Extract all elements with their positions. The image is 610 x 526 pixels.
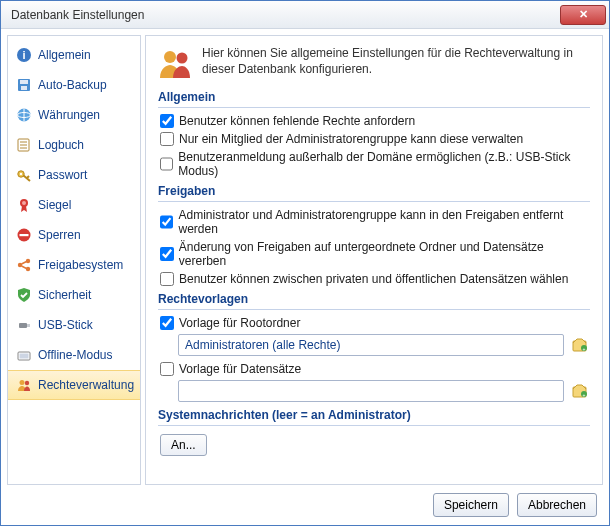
sidebar-item-auto-backup[interactable]: Auto-Backup xyxy=(8,70,140,100)
recipients-button[interactable]: An... xyxy=(160,434,207,456)
sidebar-item-label: Sperren xyxy=(38,228,81,242)
sidebar-item-label: Passwort xyxy=(38,168,87,182)
checkbox-label: Änderung von Freigaben auf untergeordnet… xyxy=(179,240,590,268)
sidebar-item-label: Währungen xyxy=(38,108,100,122)
section-rechtevorlagen-title: Rechtevorlagen xyxy=(158,292,590,310)
close-button[interactable]: ✕ xyxy=(560,5,606,25)
opt-root-template[interactable]: Vorlage für Rootordner xyxy=(160,316,590,330)
offline-icon xyxy=(16,347,32,363)
checkbox-label: Administrator und Administratorengruppe … xyxy=(178,208,590,236)
checkbox-label: Vorlage für Rootordner xyxy=(179,316,300,330)
svg-rect-3 xyxy=(20,80,28,84)
opt-freigaben-2[interactable]: Benutzer können zwischen privaten und öf… xyxy=(160,272,590,286)
svg-point-15 xyxy=(26,259,30,263)
svg-point-9 xyxy=(20,173,22,175)
ds-template-input[interactable] xyxy=(178,380,564,402)
sidebar-item-label: USB-Stick xyxy=(38,318,93,332)
svg-rect-18 xyxy=(27,324,30,327)
svg-point-16 xyxy=(26,267,30,271)
disk-icon xyxy=(16,77,32,93)
root-template-input[interactable] xyxy=(178,334,564,356)
sidebar-item-allgemein[interactable]: i Allgemein xyxy=(8,40,140,70)
cancel-button[interactable]: Abbrechen xyxy=(517,493,597,517)
svg-rect-13 xyxy=(20,234,29,236)
titlebar: Datenbank Einstellungen ✕ xyxy=(1,1,609,29)
sidebar-item-label: Rechteverwaltung xyxy=(38,378,134,392)
opt-freigaben-1[interactable]: Änderung von Freigaben auf untergeordnet… xyxy=(160,240,590,268)
sidebar-item-label: Auto-Backup xyxy=(38,78,107,92)
svg-rect-17 xyxy=(19,323,27,328)
sidebar-item-sperren[interactable]: Sperren xyxy=(8,220,140,250)
shield-icon xyxy=(16,287,32,303)
share-icon xyxy=(16,257,32,273)
opt-allgemein-0[interactable]: Benutzer können fehlende Rechte anforder… xyxy=(160,114,590,128)
svg-point-21 xyxy=(20,380,25,385)
window-title: Datenbank Einstellungen xyxy=(11,8,560,22)
save-button[interactable]: Speichern xyxy=(433,493,509,517)
checkbox[interactable] xyxy=(160,215,173,229)
svg-rect-20 xyxy=(20,354,29,359)
sidebar-item-label: Offline-Modus xyxy=(38,348,112,362)
opt-allgemein-1[interactable]: Nur ein Mitglied der Administratorengrup… xyxy=(160,132,590,146)
users-large-icon xyxy=(158,46,192,80)
log-icon xyxy=(16,137,32,153)
intro-text: Hier können Sie allgemeine Einstellungen… xyxy=(202,46,590,80)
sidebar-item-siegel[interactable]: Siegel xyxy=(8,190,140,220)
svg-point-22 xyxy=(25,381,29,385)
checkbox[interactable] xyxy=(160,157,173,171)
sidebar-item-passwort[interactable]: Passwort xyxy=(8,160,140,190)
checkbox-label: Nur ein Mitglied der Administratorengrup… xyxy=(179,132,523,146)
footer: Speichern Abbrechen xyxy=(1,485,609,525)
checkbox[interactable] xyxy=(160,132,174,146)
globe-icon xyxy=(16,107,32,123)
opt-allgemein-2[interactable]: Benutzeranmeldung außerhalb der Domäne e… xyxy=(160,150,590,178)
checkbox-label: Vorlage für Datensätze xyxy=(179,362,301,376)
section-freigaben-title: Freigaben xyxy=(158,184,590,202)
users-icon xyxy=(16,377,32,393)
sidebar-item-label: Freigabesystem xyxy=(38,258,123,272)
sidebar-item-freigabesystem[interactable]: Freigabesystem xyxy=(8,250,140,280)
sidebar-item-usb-stick[interactable]: USB-Stick xyxy=(8,310,140,340)
opt-ds-template[interactable]: Vorlage für Datensätze xyxy=(160,362,590,376)
sidebar-item-label: Sicherheit xyxy=(38,288,91,302)
svg-point-11 xyxy=(22,201,26,205)
checkbox[interactable] xyxy=(160,114,174,128)
edit-root-template-button[interactable]: + xyxy=(570,335,590,355)
content-panel: Hier können Sie allgemeine Einstellungen… xyxy=(145,35,603,485)
sidebar: i Allgemein Auto-Backup Währungen Logbuc… xyxy=(7,35,141,485)
sidebar-item-offline-modus[interactable]: Offline-Modus xyxy=(8,340,140,370)
sidebar-item-rechteverwaltung[interactable]: Rechteverwaltung xyxy=(8,370,140,400)
sidebar-item-label: Logbuch xyxy=(38,138,84,152)
ribbon-icon xyxy=(16,197,32,213)
section-allgemein-title: Allgemein xyxy=(158,90,590,108)
sidebar-item-sicherheit[interactable]: Sicherheit xyxy=(8,280,140,310)
section-sysmsg-title: Systemnachrichten (leer = an Administrat… xyxy=(158,408,590,426)
key-icon xyxy=(16,167,32,183)
checkbox[interactable] xyxy=(160,247,174,261)
sidebar-item-waehrungen[interactable]: Währungen xyxy=(8,100,140,130)
sidebar-item-label: Siegel xyxy=(38,198,71,212)
checkbox[interactable] xyxy=(160,272,174,286)
sidebar-item-logbuch[interactable]: Logbuch xyxy=(8,130,140,160)
usb-icon xyxy=(16,317,32,333)
svg-point-24 xyxy=(177,53,188,64)
svg-point-23 xyxy=(164,51,176,63)
svg-rect-4 xyxy=(21,86,27,90)
checkbox-label: Benutzeranmeldung außerhalb der Domäne e… xyxy=(178,150,590,178)
checkbox-label: Benutzer können zwischen privaten und öf… xyxy=(179,272,568,286)
sidebar-item-label: Allgemein xyxy=(38,48,91,62)
checkbox-label: Benutzer können fehlende Rechte anforder… xyxy=(179,114,415,128)
svg-text:i: i xyxy=(22,49,25,61)
svg-text:+: + xyxy=(583,346,586,352)
edit-ds-template-button[interactable]: + xyxy=(570,381,590,401)
svg-text:+: + xyxy=(583,392,586,398)
checkbox[interactable] xyxy=(160,362,174,376)
blocked-icon xyxy=(16,227,32,243)
close-icon: ✕ xyxy=(579,8,588,21)
opt-freigaben-0[interactable]: Administrator und Administratorengruppe … xyxy=(160,208,590,236)
info-icon: i xyxy=(16,47,32,63)
checkbox[interactable] xyxy=(160,316,174,330)
